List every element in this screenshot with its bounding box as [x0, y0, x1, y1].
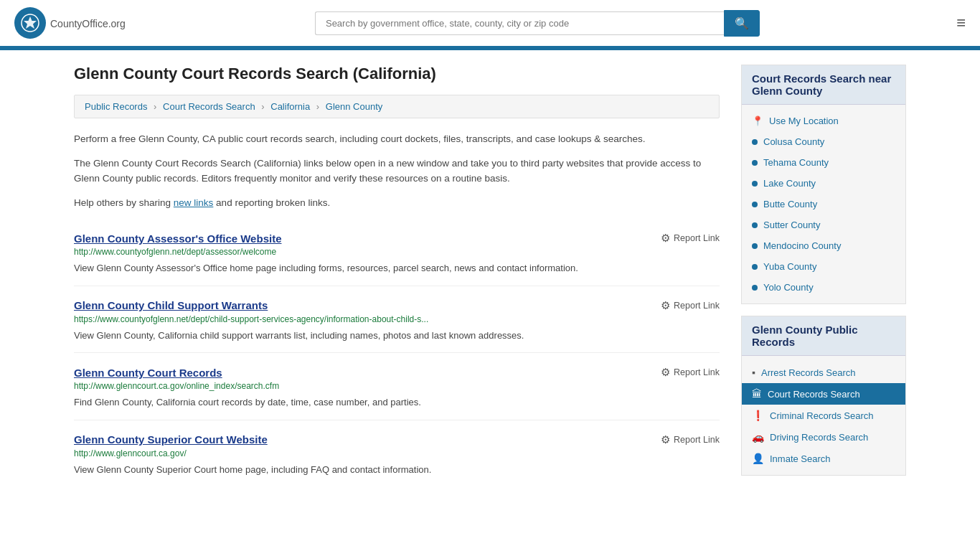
public-records-body: ▪ Arrest Records Search 🏛 Court Records …: [742, 356, 905, 475]
result-item: Glenn County Child Support Warrants ⚙ Re…: [74, 286, 720, 354]
location-icon: 📍: [752, 116, 763, 126]
result-title[interactable]: Glenn County Assessor's Office Website: [74, 232, 281, 245]
nearby-counties-box: Court Records Search near Glenn County 📍…: [741, 65, 906, 304]
result-desc: View Glenn County Superior Court home pa…: [74, 463, 720, 477]
sidebar-county-lake[interactable]: Lake County: [742, 173, 905, 194]
new-links-link[interactable]: new links: [174, 197, 214, 208]
dot-icon: [752, 243, 758, 249]
page-title: Glenn County Court Records Search (Calif…: [74, 65, 720, 83]
arrest-icon: ▪: [752, 367, 755, 378]
sidebar-county-sutter[interactable]: Sutter County: [742, 215, 905, 235]
result-header: Glenn County Assessor's Office Website ⚙…: [74, 232, 720, 245]
result-item: Glenn County Assessor's Office Website ⚙…: [74, 219, 720, 286]
sidebar-county-yolo[interactable]: Yolo County: [742, 277, 905, 298]
result-url[interactable]: https://www.countyofglenn.net/dept/child…: [74, 314, 720, 324]
main-content: Glenn County Court Records Search (Calif…: [74, 65, 720, 487]
results-list: Glenn County Assessor's Office Website ⚙…: [74, 219, 720, 486]
report-link-button[interactable]: ⚙ Report Link: [661, 366, 720, 379]
sidebar-county-colusa[interactable]: Colusa County: [742, 131, 905, 152]
result-url[interactable]: http://www.glenncourt.ca.gov/online_inde…: [74, 381, 720, 391]
result-title[interactable]: Glenn County Court Records: [74, 367, 222, 379]
breadcrumb-glenn-county[interactable]: Glenn County: [326, 101, 383, 112]
dot-icon: [752, 202, 758, 207]
report-icon: ⚙: [661, 232, 670, 245]
logo-icon: [14, 7, 46, 39]
dot-icon: [752, 139, 758, 145]
driving-icon: 🚗: [752, 431, 764, 443]
description-1: Perform a free Glenn County, CA public c…: [74, 131, 720, 147]
sidebar-inmate-search[interactable]: 👤 Inmate Search: [742, 448, 905, 469]
result-header: Glenn County Court Records ⚙ Report Link: [74, 366, 720, 379]
site-header: CountyOffice.org 🔍 ≡: [0, 0, 980, 48]
nearby-counties-header: Court Records Search near Glenn County: [742, 65, 905, 105]
breadcrumb-california[interactable]: California: [270, 101, 310, 112]
sidebar-driving-records[interactable]: 🚗 Driving Records Search: [742, 426, 905, 448]
inmate-icon: 👤: [752, 453, 764, 464]
main-container: Glenn County Court Records Search (Calif…: [60, 50, 920, 501]
public-records-box: Glenn County Public Records ▪ Arrest Rec…: [741, 316, 906, 476]
search-bar: 🔍: [315, 10, 760, 37]
result-desc: View Glenn County Assessor's Office home…: [74, 261, 720, 276]
breadcrumb: Public Records › Court Records Search › …: [74, 95, 720, 118]
result-title[interactable]: Glenn County Child Support Warrants: [74, 299, 268, 311]
sidebar: Court Records Search near Glenn County 📍…: [741, 65, 906, 487]
court-icon: 🏛: [752, 388, 762, 400]
dot-icon: [752, 160, 758, 166]
logo[interactable]: CountyOffice.org: [14, 7, 126, 39]
report-link-button[interactable]: ⚙ Report Link: [661, 299, 720, 312]
description-2: The Glenn County Court Records Search (C…: [74, 156, 720, 187]
result-url[interactable]: http://www.countyofglenn.net/dept/assess…: [74, 247, 720, 257]
sidebar-court-records[interactable]: 🏛 Court Records Search: [742, 383, 905, 405]
result-item: Glenn County Superior Court Website ⚙ Re…: [74, 420, 720, 487]
result-header: Glenn County Child Support Warrants ⚙ Re…: [74, 299, 720, 312]
dot-icon: [752, 222, 758, 228]
report-icon: ⚙: [661, 299, 670, 312]
sidebar-arrest-records[interactable]: ▪ Arrest Records Search: [742, 362, 905, 383]
sidebar-criminal-records[interactable]: ❗ Criminal Records Search: [742, 405, 905, 426]
result-header: Glenn County Superior Court Website ⚙ Re…: [74, 433, 720, 446]
result-desc: Find Glenn County, California court reco…: [74, 395, 720, 410]
nearby-counties-body: 📍 Use My Location Colusa County Tehama C…: [742, 105, 905, 303]
sidebar-county-butte[interactable]: Butte County: [742, 194, 905, 215]
sidebar-county-mendocino[interactable]: Mendocino County: [742, 235, 905, 256]
result-title[interactable]: Glenn County Superior Court Website: [74, 433, 268, 446]
report-link-button[interactable]: ⚙ Report Link: [661, 433, 720, 446]
dot-icon: [752, 264, 758, 270]
result-desc: View Glenn County, California child supp…: [74, 329, 720, 343]
menu-button[interactable]: ≡: [956, 14, 966, 32]
report-link-button[interactable]: ⚙ Report Link: [661, 232, 720, 245]
report-icon: ⚙: [661, 433, 670, 446]
dot-icon: [752, 181, 758, 187]
breadcrumb-public-records[interactable]: Public Records: [85, 101, 147, 112]
search-input[interactable]: [315, 11, 724, 35]
description-3: Help others by sharing new links and rep…: [74, 195, 720, 211]
public-records-header: Glenn County Public Records: [742, 316, 905, 356]
breadcrumb-court-records-search[interactable]: Court Records Search: [163, 101, 255, 112]
dot-icon: [752, 285, 758, 291]
result-item: Glenn County Court Records ⚙ Report Link…: [74, 353, 720, 420]
sidebar-county-yuba[interactable]: Yuba County: [742, 256, 905, 277]
criminal-icon: ❗: [752, 410, 764, 421]
result-url[interactable]: http://www.glenncourt.ca.gov/: [74, 448, 720, 458]
report-icon: ⚙: [661, 366, 670, 379]
logo-wordmark: CountyOffice.org: [50, 16, 126, 31]
sidebar-county-tehama[interactable]: Tehama County: [742, 152, 905, 173]
use-my-location-link[interactable]: 📍 Use My Location: [742, 110, 905, 131]
search-button[interactable]: 🔍: [724, 10, 760, 37]
